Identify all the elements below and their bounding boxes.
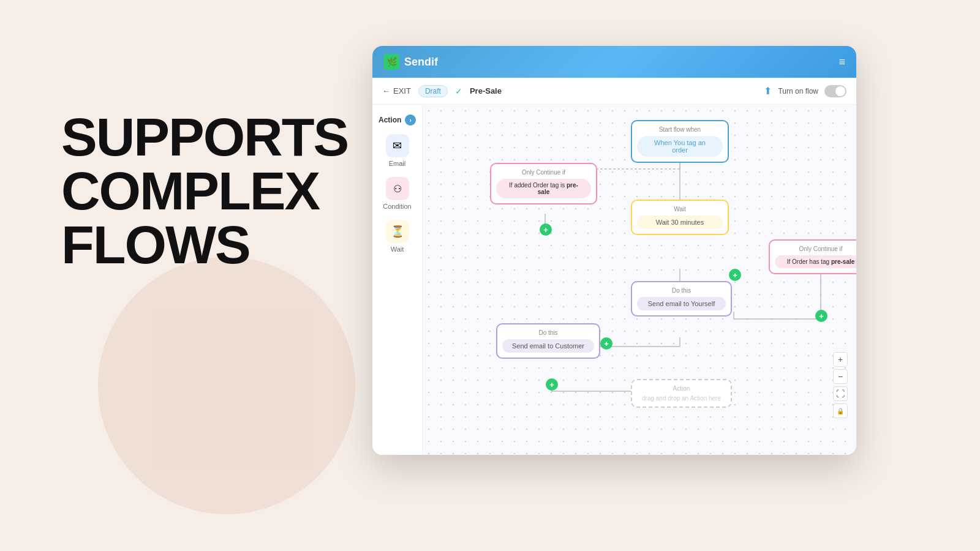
flow-canvas: Start flow when When You tag an order On…	[423, 105, 856, 455]
app-header: 🌿 Sendif ≡	[372, 46, 856, 78]
plus-after-condition2[interactable]: +	[815, 310, 827, 322]
exit-arrow-icon: ←	[382, 86, 390, 96]
node-wait-content: Wait 30 minutes	[637, 216, 723, 229]
sidebar-item-condition[interactable]: ⚇ Condition	[372, 172, 422, 215]
sidebar: Action › ✉ Email ⚇ Condition ⏳ Wait	[372, 105, 423, 455]
sidebar-header: Action ›	[372, 111, 422, 129]
lock-button[interactable]: 🔒	[833, 403, 848, 418]
plus-after-do-customer[interactable]: +	[546, 378, 558, 391]
sidebar-email-label: Email	[389, 160, 406, 167]
hero-text: SUPPORTS COMPLEX FLOWS	[61, 110, 404, 272]
fit-screen-button[interactable]: ⛶	[833, 386, 848, 401]
bg-decoration	[98, 257, 355, 514]
condition-icon-wrap: ⚇	[386, 177, 409, 200]
sidebar-expand-button[interactable]: ›	[405, 114, 416, 126]
node-start-title: Start flow when	[637, 126, 723, 133]
node-do-yourself[interactable]: Do this Send email to Yourself	[631, 281, 732, 317]
node-start[interactable]: Start flow when When You tag an order	[631, 120, 729, 163]
node-condition2-content: If Order has tag pre-sale	[775, 255, 856, 268]
node-wait[interactable]: Wait Wait 30 minutes	[631, 200, 729, 235]
app-toolbar: ← EXIT Draft ✓ Pre-Sale ⬆ Turn on flow	[372, 78, 856, 105]
app-name: Sendif	[404, 56, 438, 69]
zoom-controls: + − ⛶ 🔒	[833, 352, 848, 418]
logo-icon: 🌿	[383, 54, 399, 70]
node-condition1-title: Only Continue if	[496, 169, 591, 176]
toolbar-right: ⬆ Turn on flow	[764, 85, 846, 97]
zoom-out-button[interactable]: −	[833, 369, 848, 384]
node-condition2-title: Only Continue if	[775, 246, 856, 252]
turn-on-toggle[interactable]	[824, 85, 846, 97]
draft-badge[interactable]: Draft	[418, 85, 448, 97]
node-start-content: When You tag an order	[637, 136, 723, 157]
node-wait-title: Wait	[637, 206, 723, 212]
plus-after-condition1[interactable]: +	[540, 223, 552, 236]
sidebar-wait-label: Wait	[391, 246, 404, 253]
plus-after-do-yourself[interactable]: +	[600, 337, 612, 350]
node-do-customer-content: Send email to Customer	[502, 339, 594, 353]
zoom-in-button[interactable]: +	[833, 352, 848, 367]
node-condition-1[interactable]: Only Continue if If added Order tag is p…	[490, 163, 597, 204]
node-condition-2[interactable]: Only Continue if If Order has tag pre-sa…	[769, 239, 856, 274]
app-logo: 🌿 Sendif	[383, 54, 438, 70]
wait-icon-wrap: ⏳	[386, 220, 409, 243]
sidebar-item-wait[interactable]: ⏳ Wait	[372, 215, 422, 258]
turn-on-label: Turn on flow	[778, 87, 818, 96]
condition-icon: ⚇	[393, 183, 402, 195]
node-do-yourself-title: Do this	[637, 287, 726, 294]
sidebar-item-email[interactable]: ✉ Email	[372, 129, 422, 172]
node-action-placeholder[interactable]: Action drag and drop an Action here	[631, 379, 732, 408]
plus-after-wait[interactable]: +	[729, 269, 741, 281]
hamburger-menu[interactable]: ≡	[839, 56, 845, 69]
left-panel: SUPPORTS COMPLEX FLOWS	[61, 110, 404, 272]
wait-icon: ⏳	[391, 225, 404, 238]
node-action-title: Action	[637, 385, 726, 392]
email-icon-wrap: ✉	[386, 134, 409, 157]
check-icon: ✓	[455, 86, 462, 96]
email-icon: ✉	[393, 139, 402, 152]
node-do-customer[interactable]: Do this Send email to Customer	[496, 323, 600, 359]
app-window: 🌿 Sendif ≡ ← EXIT Draft ✓ Pre-Sale ⬆ Tur…	[372, 46, 856, 455]
app-canvas: Action › ✉ Email ⚇ Condition ⏳ Wait	[372, 105, 856, 455]
node-do-yourself-content: Send email to Yourself	[637, 297, 726, 310]
node-action-subtitle: drag and drop an Action here	[637, 395, 726, 402]
exit-button[interactable]: ← EXIT	[382, 86, 411, 96]
node-condition1-content: If added Order tag is pre-sale	[496, 179, 591, 198]
flow-name: Pre-Sale	[470, 86, 502, 96]
upload-icon[interactable]: ⬆	[764, 85, 772, 97]
node-do-customer-title: Do this	[502, 329, 594, 336]
sidebar-condition-label: Condition	[383, 203, 411, 210]
